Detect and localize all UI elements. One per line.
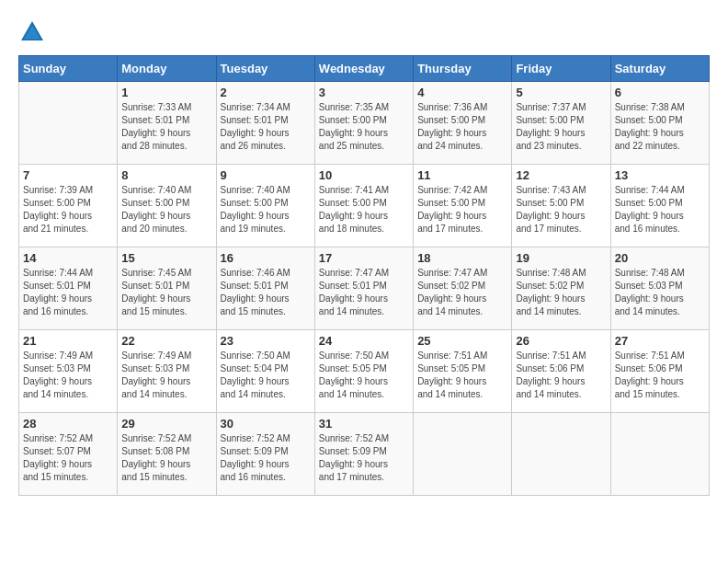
day-info: Sunrise: 7:40 AM Sunset: 5:00 PM Dayligh… (221, 184, 311, 236)
day-number: 26 (516, 334, 606, 348)
day-number: 25 (417, 334, 507, 348)
week-row-0: 1Sunrise: 7:33 AM Sunset: 5:01 PM Daylig… (19, 82, 710, 165)
day-number: 10 (319, 168, 409, 182)
day-info: Sunrise: 7:51 AM Sunset: 5:06 PM Dayligh… (516, 350, 606, 401)
day-info: Sunrise: 7:33 AM Sunset: 5:01 PM Dayligh… (121, 101, 211, 153)
day-cell: 31Sunrise: 7:52 AM Sunset: 5:09 PM Dayli… (314, 413, 413, 496)
day-info: Sunrise: 7:48 AM Sunset: 5:03 PM Dayligh… (615, 267, 705, 318)
header-cell-thursday: Thursday (414, 56, 512, 82)
day-cell: 13Sunrise: 7:44 AM Sunset: 5:00 PM Dayli… (610, 165, 709, 247)
day-number: 6 (615, 86, 705, 99)
day-cell: 27Sunrise: 7:51 AM Sunset: 5:06 PM Dayli… (610, 330, 709, 413)
day-cell: 7Sunrise: 7:39 AM Sunset: 5:00 PM Daylig… (19, 165, 118, 247)
day-cell: 16Sunrise: 7:46 AM Sunset: 5:01 PM Dayli… (216, 247, 314, 330)
day-info: Sunrise: 7:48 AM Sunset: 5:02 PM Dayligh… (516, 267, 606, 318)
day-info: Sunrise: 7:41 AM Sunset: 5:00 PM Dayligh… (319, 184, 409, 236)
day-number: 29 (121, 417, 211, 431)
day-cell: 22Sunrise: 7:49 AM Sunset: 5:03 PM Dayli… (118, 330, 216, 413)
day-cell: 5Sunrise: 7:37 AM Sunset: 5:00 PM Daylig… (512, 82, 610, 165)
day-number: 15 (121, 251, 211, 265)
day-cell (19, 82, 118, 165)
day-number: 1 (121, 86, 211, 99)
day-cell (414, 413, 512, 496)
day-number: 7 (23, 168, 113, 182)
day-cell: 29Sunrise: 7:52 AM Sunset: 5:08 PM Dayli… (118, 413, 216, 496)
day-cell: 14Sunrise: 7:44 AM Sunset: 5:01 PM Dayli… (19, 247, 118, 330)
day-cell (512, 413, 610, 496)
day-cell: 20Sunrise: 7:48 AM Sunset: 5:03 PM Dayli… (610, 247, 709, 330)
day-info: Sunrise: 7:52 AM Sunset: 5:07 PM Dayligh… (23, 432, 113, 484)
header-cell-sunday: Sunday (19, 56, 118, 82)
day-number: 4 (417, 86, 507, 99)
week-row-1: 7Sunrise: 7:39 AM Sunset: 5:00 PM Daylig… (19, 165, 710, 247)
calendar-header-row: SundayMondayTuesdayWednesdayThursdayFrid… (19, 56, 710, 82)
day-cell: 11Sunrise: 7:42 AM Sunset: 5:00 PM Dayli… (414, 165, 512, 247)
day-info: Sunrise: 7:47 AM Sunset: 5:01 PM Dayligh… (319, 267, 409, 318)
day-cell: 30Sunrise: 7:52 AM Sunset: 5:09 PM Dayli… (216, 413, 314, 496)
day-cell: 28Sunrise: 7:52 AM Sunset: 5:07 PM Dayli… (19, 413, 118, 496)
day-number: 28 (23, 417, 113, 431)
week-row-4: 28Sunrise: 7:52 AM Sunset: 5:07 PM Dayli… (19, 413, 710, 496)
day-cell: 12Sunrise: 7:43 AM Sunset: 5:00 PM Dayli… (512, 165, 610, 247)
day-cell: 19Sunrise: 7:48 AM Sunset: 5:02 PM Dayli… (512, 247, 610, 330)
day-number: 13 (615, 168, 705, 182)
day-info: Sunrise: 7:49 AM Sunset: 5:03 PM Dayligh… (23, 350, 113, 401)
week-row-2: 14Sunrise: 7:44 AM Sunset: 5:01 PM Dayli… (19, 247, 710, 330)
day-info: Sunrise: 7:51 AM Sunset: 5:05 PM Dayligh… (417, 350, 507, 401)
day-number: 9 (221, 168, 311, 182)
day-info: Sunrise: 7:35 AM Sunset: 5:00 PM Dayligh… (319, 101, 409, 153)
day-cell: 26Sunrise: 7:51 AM Sunset: 5:06 PM Dayli… (512, 330, 610, 413)
day-number: 30 (221, 417, 311, 431)
week-row-3: 21Sunrise: 7:49 AM Sunset: 5:03 PM Dayli… (19, 330, 710, 413)
day-number: 5 (516, 86, 606, 99)
day-cell: 6Sunrise: 7:38 AM Sunset: 5:00 PM Daylig… (610, 82, 709, 165)
day-info: Sunrise: 7:50 AM Sunset: 5:04 PM Dayligh… (221, 350, 311, 401)
day-number: 18 (417, 251, 507, 265)
day-number: 17 (319, 251, 409, 265)
day-info: Sunrise: 7:51 AM Sunset: 5:06 PM Dayligh… (615, 350, 705, 401)
day-cell: 17Sunrise: 7:47 AM Sunset: 5:01 PM Dayli… (314, 247, 413, 330)
day-cell: 24Sunrise: 7:50 AM Sunset: 5:05 PM Dayli… (314, 330, 413, 413)
day-cell: 4Sunrise: 7:36 AM Sunset: 5:00 PM Daylig… (414, 82, 512, 165)
day-info: Sunrise: 7:39 AM Sunset: 5:00 PM Dayligh… (23, 184, 113, 236)
day-number: 23 (221, 334, 311, 348)
day-info: Sunrise: 7:38 AM Sunset: 5:00 PM Dayligh… (615, 101, 705, 153)
day-info: Sunrise: 7:40 AM Sunset: 5:00 PM Dayligh… (121, 184, 211, 236)
day-number: 21 (23, 334, 113, 348)
day-cell: 10Sunrise: 7:41 AM Sunset: 5:00 PM Dayli… (314, 165, 413, 247)
day-number: 22 (121, 334, 211, 348)
day-info: Sunrise: 7:46 AM Sunset: 5:01 PM Dayligh… (221, 267, 311, 318)
header-cell-friday: Friday (512, 56, 610, 82)
day-number: 20 (615, 251, 705, 265)
day-info: Sunrise: 7:52 AM Sunset: 5:08 PM Dayligh… (121, 432, 211, 484)
day-info: Sunrise: 7:44 AM Sunset: 5:00 PM Dayligh… (615, 184, 705, 236)
day-info: Sunrise: 7:34 AM Sunset: 5:01 PM Dayligh… (221, 101, 311, 153)
day-number: 24 (319, 334, 409, 348)
day-number: 8 (121, 168, 211, 182)
day-cell: 9Sunrise: 7:40 AM Sunset: 5:00 PM Daylig… (216, 165, 314, 247)
day-cell: 8Sunrise: 7:40 AM Sunset: 5:00 PM Daylig… (118, 165, 216, 247)
day-info: Sunrise: 7:52 AM Sunset: 5:09 PM Dayligh… (221, 432, 311, 484)
header-cell-wednesday: Wednesday (314, 56, 413, 82)
day-number: 19 (516, 251, 606, 265)
day-info: Sunrise: 7:43 AM Sunset: 5:00 PM Dayligh… (516, 184, 606, 236)
header-cell-saturday: Saturday (610, 56, 709, 82)
day-info: Sunrise: 7:52 AM Sunset: 5:09 PM Dayligh… (319, 432, 409, 484)
day-cell (610, 413, 709, 496)
day-info: Sunrise: 7:49 AM Sunset: 5:03 PM Dayligh… (121, 350, 211, 401)
day-info: Sunrise: 7:47 AM Sunset: 5:02 PM Dayligh… (417, 267, 507, 318)
day-cell: 1Sunrise: 7:33 AM Sunset: 5:01 PM Daylig… (118, 82, 216, 165)
day-cell: 25Sunrise: 7:51 AM Sunset: 5:05 PM Dayli… (414, 330, 512, 413)
header-cell-tuesday: Tuesday (216, 56, 314, 82)
header-cell-monday: Monday (118, 56, 216, 82)
day-number: 27 (615, 334, 705, 348)
day-number: 2 (221, 86, 311, 99)
day-info: Sunrise: 7:44 AM Sunset: 5:01 PM Dayligh… (23, 267, 113, 318)
day-cell: 18Sunrise: 7:47 AM Sunset: 5:02 PM Dayli… (414, 247, 512, 330)
day-number: 12 (516, 168, 606, 182)
day-cell: 15Sunrise: 7:45 AM Sunset: 5:01 PM Dayli… (118, 247, 216, 330)
day-number: 16 (221, 251, 311, 265)
day-info: Sunrise: 7:37 AM Sunset: 5:00 PM Dayligh… (516, 101, 606, 153)
day-cell: 3Sunrise: 7:35 AM Sunset: 5:00 PM Daylig… (314, 82, 413, 165)
day-cell: 23Sunrise: 7:50 AM Sunset: 5:04 PM Dayli… (216, 330, 314, 413)
